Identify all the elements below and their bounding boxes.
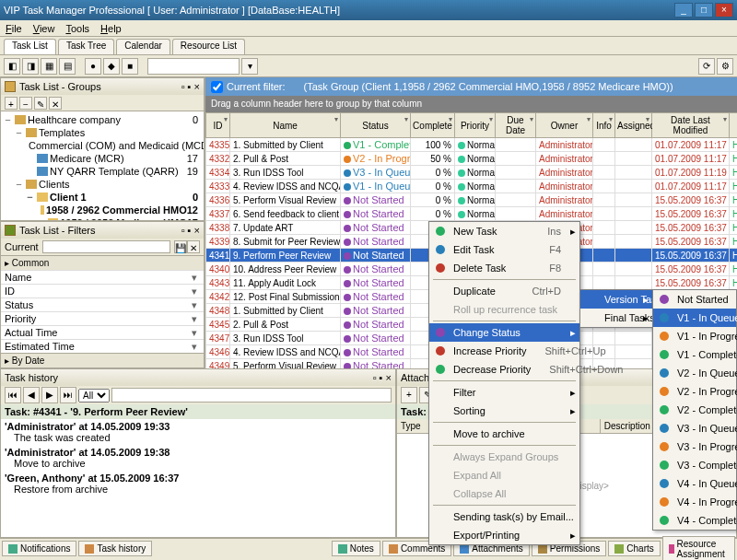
tree-toolbar-button[interactable]: ✕ xyxy=(49,97,62,110)
filter-field[interactable]: Estimated Time▾ xyxy=(1,339,204,353)
toolbar-button[interactable]: ⚙ xyxy=(717,58,733,75)
grid-row[interactable]: 43322. Pull & PostV2 - In Progress50 %No… xyxy=(206,152,738,166)
menu-item[interactable]: Sending task(s) by Email... xyxy=(429,508,579,526)
menu-view[interactable]: View xyxy=(33,20,55,36)
menu-item[interactable]: Collapse All xyxy=(429,484,579,503)
menu-item[interactable]: V4 - In Progress xyxy=(653,493,736,511)
menu-item[interactable]: Export/Printing▸ xyxy=(429,526,579,544)
col-owner[interactable]: Owner▾ xyxy=(536,113,593,138)
tree-row[interactable]: −Templates xyxy=(3,126,202,139)
history-nav-next[interactable]: ▶ xyxy=(41,387,58,403)
tab-calendar[interactable]: Calendar xyxy=(116,39,170,54)
tree-toolbar-button[interactable]: ✎ xyxy=(34,97,47,110)
menu-item[interactable]: Sorting▸ xyxy=(429,402,579,420)
filter-field[interactable]: Priority▾ xyxy=(1,311,204,325)
toolbar-button[interactable]: ■ xyxy=(122,58,138,75)
history-filter-select[interactable]: All xyxy=(78,389,110,402)
history-search[interactable] xyxy=(111,388,392,402)
bottom-tab-resource-assignment[interactable]: Resource Assignment xyxy=(662,536,735,561)
menu-item[interactable]: Change Status▸ xyxy=(429,323,579,342)
toolbar-button[interactable]: ◆ xyxy=(103,58,120,75)
menu-item[interactable]: Expand All xyxy=(429,466,579,484)
group-by-bar[interactable]: Drag a column header here to group by th… xyxy=(205,96,737,112)
col-status[interactable]: Status▾ xyxy=(341,113,411,138)
panel-controls[interactable]: ▫ ▪ × xyxy=(373,372,392,383)
menu-item[interactable]: V4 - In Queue xyxy=(653,474,736,493)
menu-file[interactable]: File xyxy=(6,20,22,36)
toolbar-button[interactable]: ◨ xyxy=(22,58,39,75)
filter-field[interactable]: Status▾ xyxy=(1,298,204,311)
group-tree[interactable]: −Healthcare company0−TemplatesCommercial… xyxy=(1,111,204,220)
col-name[interactable]: Name▾ xyxy=(230,113,341,138)
menu-item[interactable]: V2 - In Queue xyxy=(653,364,736,382)
tab-task-tree[interactable]: Task Tree xyxy=(58,39,114,54)
bottom-tab-notes[interactable]: Notes xyxy=(332,541,380,556)
filter-current-combo[interactable] xyxy=(42,240,170,253)
context-submenu-version[interactable]: Not StartedV1 - In QueueV1 - In Progress… xyxy=(652,289,737,531)
menu-item[interactable]: V3 - In Progress xyxy=(653,438,736,456)
history-nav-first[interactable]: ⏮ xyxy=(5,387,21,403)
menu-item[interactable]: Decrease PriorityShift+Ctrl+Down xyxy=(429,360,579,379)
bottom-tab-notifications[interactable]: Notifications xyxy=(2,541,76,556)
filter-checkbox[interactable] xyxy=(211,81,223,93)
col-due-date[interactable]: Due Date▾ xyxy=(496,113,536,138)
grid-row[interactable]: 43334. Review IDSS and NCQAV1 - In Queue… xyxy=(206,180,738,193)
tree-toolbar-button[interactable]: − xyxy=(19,97,32,110)
tree-row[interactable]: −Client 10 xyxy=(3,191,202,204)
menu-item[interactable]: Filter▸ xyxy=(429,383,579,402)
col-priority[interactable]: Priority▾ xyxy=(455,113,496,138)
menu-item[interactable]: V4 - Complete xyxy=(653,511,736,530)
filter-field[interactable]: ID▾ xyxy=(1,284,204,298)
menu-item[interactable]: Delete TaskF8 xyxy=(429,259,579,277)
menu-item[interactable]: Roll up recurrence task xyxy=(429,300,579,319)
toolbar-combo[interactable] xyxy=(147,58,240,75)
tab-task-list[interactable]: Task List xyxy=(4,39,56,54)
menu-item[interactable]: Version Tasks▸ xyxy=(580,290,652,309)
menu-item[interactable]: Not Started xyxy=(653,290,736,309)
panel-controls[interactable]: ▫ ▪ × xyxy=(181,81,200,92)
filter-field[interactable]: Name▾ xyxy=(1,270,204,284)
filter-section[interactable]: ▸ By Date xyxy=(1,353,204,368)
toolbar-button[interactable]: ▾ xyxy=(241,58,258,75)
minimize-button[interactable]: _ xyxy=(674,3,693,18)
close-button[interactable]: × xyxy=(715,3,733,18)
tree-toolbar-button[interactable]: + xyxy=(5,97,18,110)
tree-row[interactable]: Commercial (COM) and Medicaid (MCD)12 xyxy=(3,139,202,152)
col-path[interactable]: Path▾ xyxy=(730,113,738,138)
history-nav-last[interactable]: ⏭ xyxy=(60,387,76,403)
menu-item[interactable]: V1 - Complete xyxy=(653,345,736,364)
menu-item[interactable]: Edit TaskF4 xyxy=(429,240,579,259)
menu-item[interactable]: V2 - Complete xyxy=(653,401,736,419)
grid-row[interactable]: 43351. Submitted by ClientV1 - Complete1… xyxy=(206,138,738,152)
bottom-tab-charts[interactable]: Charts xyxy=(608,541,660,556)
col-assigned[interactable]: Assigned▾ xyxy=(615,113,652,138)
tree-row[interactable]: 1958 / 2962 Commercial HMO12 xyxy=(3,204,202,216)
filter-field[interactable]: Actual Time▾ xyxy=(1,325,204,339)
menu-item[interactable]: V3 - In Queue xyxy=(653,419,736,438)
grid-row[interactable]: 43365. Perform Visual ReviewNot Started0… xyxy=(206,193,738,207)
menu-help[interactable]: Help xyxy=(100,20,122,36)
filter-delete-button[interactable]: ✕ xyxy=(187,240,200,253)
menu-item[interactable]: Always Expand Groups xyxy=(429,448,579,466)
menu-item[interactable]: Increase PriorityShift+Ctrl+Up xyxy=(429,342,579,360)
toolbar-button[interactable]: ⟳ xyxy=(698,58,715,75)
panel-controls[interactable]: ▫ ▪ × xyxy=(181,225,200,236)
tree-row[interactable]: Medicare (MCR)17 xyxy=(3,152,202,165)
tree-row[interactable]: NY QARR Template (QARR)19 xyxy=(3,165,202,178)
filter-save-button[interactable]: 💾 xyxy=(174,240,187,253)
context-submenu-status[interactable]: Version Tasks▸Final Tasks▸ xyxy=(579,289,653,328)
history-nav-prev[interactable]: ◀ xyxy=(23,387,40,403)
toolbar-button[interactable]: ● xyxy=(85,58,101,75)
col-date-last-modified[interactable]: Date Last Modified▾ xyxy=(652,113,730,138)
toolbar-button[interactable]: ▦ xyxy=(41,58,57,75)
tab-resource-list[interactable]: Resource List xyxy=(172,39,245,54)
col-id[interactable]: ID▾ xyxy=(206,113,230,138)
menu-item[interactable]: V1 - In Progress xyxy=(653,327,736,345)
menu-item[interactable]: V2 - In Progress xyxy=(653,382,736,401)
maximize-button[interactable]: □ xyxy=(695,3,713,18)
toolbar-button[interactable]: ▤ xyxy=(59,58,76,75)
menu-item[interactable]: V1 - In Queue xyxy=(653,309,736,327)
tree-row[interactable]: −Clients xyxy=(3,178,202,191)
col-complete[interactable]: Complete▾ xyxy=(411,113,455,138)
grid-row[interactable]: 43343. Run IDSS ToolV3 - In Queue0 %Norm… xyxy=(206,166,738,180)
